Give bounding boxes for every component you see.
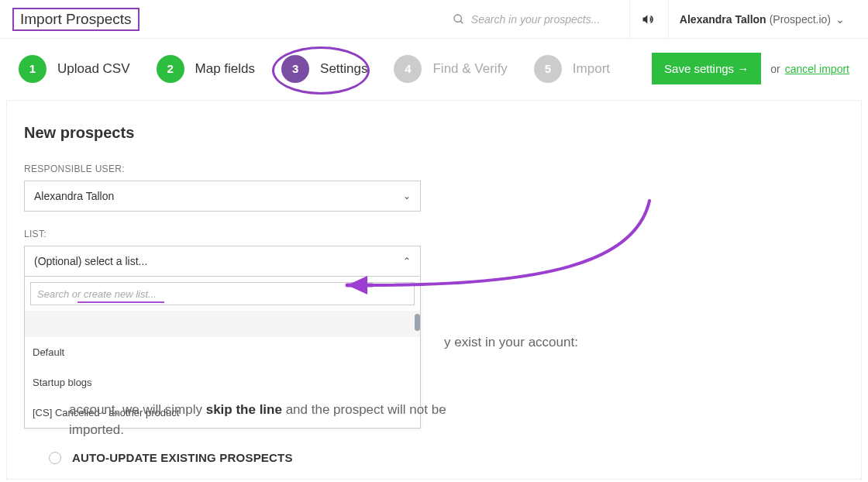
step-find-verify: 4 Find & Verify [394, 55, 507, 83]
auto-update-label: AUTO-UPDATE EXISTING PROSPECTS [72, 451, 293, 464]
chevron-up-icon: ⌃ [403, 256, 411, 267]
step-number: 3 [281, 55, 309, 83]
skip-bold: skip the line [206, 402, 282, 417]
announcements-button[interactable] [630, 0, 669, 38]
responsible-user-label: RESPONSIBLE USER: [24, 164, 844, 174]
wizard-stepper: 1 Upload CSV 2 Map fields 3 Settings 4 F… [0, 39, 868, 100]
list-option[interactable]: Default [25, 337, 420, 367]
megaphone-icon [641, 12, 656, 27]
step-label: Upload CSV [57, 61, 130, 77]
skip-part1: account, we will simply [69, 402, 206, 417]
auto-update-radio[interactable]: AUTO-UPDATE EXISTING PROSPECTS [49, 451, 293, 464]
save-settings-button[interactable]: Save settings → [652, 53, 761, 84]
user-name: Alexandra Tallon [680, 13, 766, 26]
step-label: Find & Verify [432, 61, 507, 77]
step-map-fields[interactable]: 2 Map fields [157, 55, 255, 83]
step-upload-csv[interactable]: 1 Upload CSV [19, 55, 130, 83]
section-title: New prospects [24, 124, 844, 142]
dropdown-spacer [25, 311, 420, 337]
step-settings[interactable]: 3 Settings [281, 55, 367, 83]
responsible-user-select[interactable]: Alexandra Tallon ⌄ [24, 181, 421, 212]
user-org: (Prospect.io) [770, 13, 831, 26]
step-number: 1 [19, 55, 46, 83]
svg-point-0 [454, 15, 461, 22]
or-text: or [770, 63, 780, 75]
global-search[interactable] [453, 0, 630, 38]
list-label: LIST: [24, 229, 844, 239]
cancel-import-link[interactable]: cancel import [785, 63, 849, 75]
responsible-user-value: Alexandra Tallon [34, 190, 114, 202]
list-placeholder: (Optional) select a list... [34, 255, 147, 267]
step-label: Settings [320, 61, 367, 77]
chevron-down-icon: ⌄ [403, 191, 411, 201]
step-number: 2 [157, 55, 184, 83]
step-import: 5 Import [534, 55, 610, 83]
step-number: 4 [394, 55, 422, 83]
step-label: Import [573, 61, 610, 77]
scrollbar-thumb[interactable] [415, 314, 420, 331]
step-label: Map fields [195, 61, 255, 77]
page-title: Import Prospects [20, 11, 132, 28]
page-title-highlight: Import Prospects [12, 8, 140, 31]
radio-icon [49, 452, 61, 464]
step-number: 5 [534, 55, 562, 83]
settings-panel: New prospects RESPONSIBLE USER: Alexandr… [6, 100, 862, 480]
user-menu[interactable]: Alexandra Tallon (Prospect.io) ⌄ [669, 0, 856, 38]
list-option[interactable]: Startup blogs [25, 367, 420, 398]
annotation-underline [78, 301, 164, 303]
chevron-down-icon: ⌄ [835, 13, 845, 26]
skip-line-text: account, we will simply skip the line an… [69, 400, 472, 439]
list-select[interactable]: (Optional) select a list... ⌃ [24, 246, 421, 277]
search-icon [453, 13, 465, 26]
existing-prospects-fragment: y exist in your account: [444, 335, 578, 350]
search-input[interactable] [471, 13, 611, 26]
svg-line-1 [460, 21, 463, 23]
